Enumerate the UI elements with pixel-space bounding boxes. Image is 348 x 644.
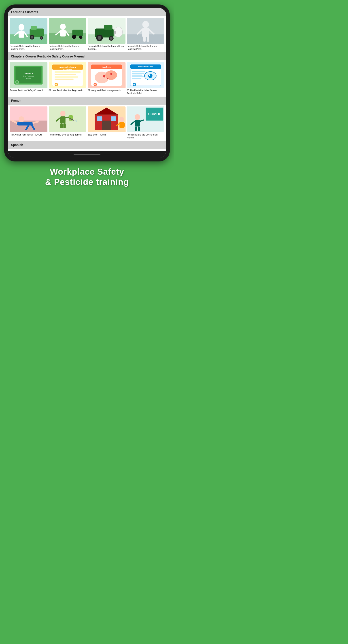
french-grid: First Aid for Pesticides FRENCH xyxy=(8,105,166,141)
screen-content[interactable]: Farmer Assistants xyxy=(8,8,166,151)
svg-point-65 xyxy=(110,73,112,75)
video-title: 03 The Pesticide Label Grower Pesticide … xyxy=(127,89,164,95)
video-thumbnail xyxy=(127,18,164,44)
video-thumbnail xyxy=(88,106,126,132)
svg-rect-120 xyxy=(135,126,137,130)
video-thumbnail: How Pesticides Are Regulated xyxy=(49,62,86,88)
video-title: Pesticide Safety on the Farm - Handling … xyxy=(127,45,164,50)
video-thumbnail xyxy=(10,151,48,151)
svg-rect-79 xyxy=(132,76,144,77)
list-item[interactable]: The Pesticide Label xyxy=(127,62,164,95)
video-thumbnail xyxy=(49,151,86,151)
svg-point-66 xyxy=(107,78,108,79)
video-title: First Aid for Pesticides FRENCH xyxy=(10,133,48,136)
svg-point-33 xyxy=(142,21,149,28)
section-header-chapters-grower: Chapters Grower Pesticide Safety Course … xyxy=(8,52,166,60)
svg-point-46 xyxy=(16,81,18,84)
video-thumbnail xyxy=(10,106,48,132)
svg-rect-54 xyxy=(54,76,78,78)
list-item[interactable]: Pesticide Safety on the Farm - Handling … xyxy=(127,18,164,50)
video-title: Pesticide Safety on the Farm - Handling … xyxy=(10,45,48,50)
video-thumbnail: The Pesticide Label xyxy=(127,62,164,88)
svg-rect-102 xyxy=(63,124,66,128)
svg-rect-30 xyxy=(114,31,116,34)
svg-point-99 xyxy=(76,118,78,120)
section-header-french: French xyxy=(8,96,166,105)
phone-frame: Farmer Assistants xyxy=(4,4,170,162)
svg-text:OMAFRA: OMAFRA xyxy=(24,72,33,74)
svg-rect-76 xyxy=(132,71,145,72)
bottom-title-line2: & Pesticide training xyxy=(45,177,129,188)
video-title: Stay clean French xyxy=(88,133,126,136)
video-thumbnail: OMAFRA Crop Protection Guide xyxy=(10,62,48,88)
svg-text:How Pesticides Are: How Pesticides Are xyxy=(59,66,76,68)
farmer-assistants-grid: Pesticide Safety on the Farm - Handling … xyxy=(8,16,166,52)
video-thumbnail xyxy=(127,151,164,151)
svg-point-10 xyxy=(40,37,42,39)
list-item[interactable]: OMAFRA Crop Protection Guide Grower Pest… xyxy=(10,62,48,95)
svg-rect-122 xyxy=(10,151,48,151)
video-thumbnail: CUMUL xyxy=(127,106,164,132)
video-thumbnail xyxy=(88,151,126,151)
svg-text:CUMUL: CUMUL xyxy=(148,112,161,116)
list-item[interactable]: Pesticide Safety on the Farm - Know the … xyxy=(88,18,126,50)
svg-point-82 xyxy=(133,84,135,86)
svg-point-85 xyxy=(18,116,24,122)
svg-text:Regulated: Regulated xyxy=(63,69,72,71)
svg-rect-15 xyxy=(60,30,66,36)
list-item[interactable]: Stay clean French xyxy=(88,106,126,139)
list-item[interactable]: CUMUL Pesticides and the Environ xyxy=(127,106,164,139)
section-header-farmer-assistants: Farmer Assistants xyxy=(8,8,166,16)
svg-point-14 xyxy=(60,24,66,30)
svg-rect-3 xyxy=(18,31,24,38)
video-thumbnail: New Pests xyxy=(88,62,126,88)
chapters-grower-grid: OMAFRA Crop Protection Guide Grower Pest… xyxy=(8,60,166,96)
svg-point-116 xyxy=(135,114,140,120)
svg-point-74 xyxy=(148,74,152,78)
svg-text:The Pesticide Label: The Pesticide Label xyxy=(138,66,153,68)
svg-rect-108 xyxy=(111,116,116,121)
list-item[interactable]: How Pesticides Are Regulated xyxy=(49,62,86,95)
list-item[interactable]: Pesticide Safety on the Farm Know the... xyxy=(49,151,86,151)
phone-screen: Farmer Assistants xyxy=(8,8,166,158)
video-title: Grower Pesticide Safety Course I... xyxy=(10,89,48,92)
svg-rect-91 xyxy=(49,106,86,132)
svg-point-57 xyxy=(55,84,57,86)
svg-text:Crop Protection: Crop Protection xyxy=(23,75,34,77)
section-header-spanish: Spanish xyxy=(8,141,166,149)
list-item[interactable]: Pesticide Safety on the Farm - Handling … xyxy=(49,18,86,50)
svg-rect-24 xyxy=(104,25,112,30)
list-item[interactable]: Pesticide Safety on the Farm - Handling … xyxy=(10,151,48,151)
list-item[interactable]: Stay clean Spanish xyxy=(88,151,126,151)
svg-rect-53 xyxy=(54,74,76,75)
video-title: 01 How Pesticides Are Regulated -... xyxy=(49,89,86,92)
list-item[interactable]: First Aid for Pesticides FRENCH xyxy=(10,106,48,139)
svg-rect-11 xyxy=(31,26,37,30)
svg-rect-52 xyxy=(54,71,80,73)
svg-rect-117 xyxy=(135,120,140,126)
list-item[interactable]: Restricted Entry Interval (French) xyxy=(49,106,86,139)
svg-rect-107 xyxy=(97,116,102,121)
svg-point-20 xyxy=(79,36,82,39)
list-item[interactable]: Pesticide Safety on the Farm - Handling … xyxy=(10,18,48,50)
list-item[interactable]: New Pests 02 I xyxy=(88,62,126,95)
video-thumbnail xyxy=(10,18,48,44)
list-item[interactable]: Restricted Entry Interval (Spanish) xyxy=(127,151,164,151)
video-thumbnail xyxy=(49,18,86,44)
svg-point-98 xyxy=(75,120,76,120)
svg-text:Guide: Guide xyxy=(26,78,31,80)
svg-point-92 xyxy=(60,111,65,116)
svg-rect-86 xyxy=(17,122,33,126)
svg-rect-110 xyxy=(120,122,124,128)
svg-point-26 xyxy=(98,36,101,40)
svg-point-28 xyxy=(110,37,113,40)
svg-rect-77 xyxy=(132,73,144,74)
spanish-grid: Pesticide Safety on the Farm - Handling … xyxy=(8,149,166,151)
svg-rect-38 xyxy=(147,37,149,42)
svg-point-2 xyxy=(18,24,24,30)
svg-point-75 xyxy=(149,74,150,76)
svg-rect-151 xyxy=(127,151,164,151)
svg-rect-78 xyxy=(132,75,142,76)
svg-point-100 xyxy=(76,120,77,122)
svg-line-88 xyxy=(33,122,38,123)
